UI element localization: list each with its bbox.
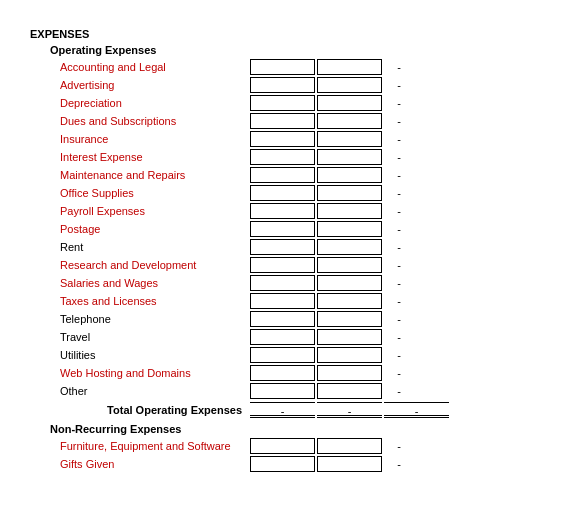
expense-label: Dues and Subscriptions: [30, 115, 250, 127]
operating-item-row: Office Supplies-: [30, 184, 555, 202]
expense-cell-1[interactable]: [250, 293, 315, 309]
expense-cell-2[interactable]: [317, 77, 382, 93]
non-recurring-item-row: Furniture, Equipment and Software-: [30, 437, 555, 455]
expense-dash: -: [384, 169, 414, 181]
expense-label: Maintenance and Repairs: [30, 169, 250, 181]
expense-dash: -: [384, 241, 414, 253]
expense-cell-2[interactable]: [317, 203, 382, 219]
non-recurring-items-list: Furniture, Equipment and Software-Gifts …: [30, 437, 555, 473]
non-recurring-cell-1[interactable]: [250, 456, 315, 472]
expense-label: Insurance: [30, 133, 250, 145]
expense-dash: -: [384, 385, 414, 397]
expense-label: Taxes and Licenses: [30, 295, 250, 307]
expense-dash: -: [384, 61, 414, 73]
expense-label: Office Supplies: [30, 187, 250, 199]
expense-dash: -: [384, 133, 414, 145]
expense-dash: -: [384, 151, 414, 163]
expense-cell-2[interactable]: [317, 383, 382, 399]
operating-item-row: Depreciation-: [30, 94, 555, 112]
expense-cell-1[interactable]: [250, 59, 315, 75]
expense-cell-1[interactable]: [250, 77, 315, 93]
expense-cell-1[interactable]: [250, 257, 315, 273]
non-recurring-cell-2[interactable]: [317, 456, 382, 472]
expense-cell-2[interactable]: [317, 257, 382, 273]
expense-cell-1[interactable]: [250, 347, 315, 363]
operating-expenses-header: Operating Expenses: [50, 44, 555, 56]
operating-item-row: Insurance-: [30, 130, 555, 148]
expense-label: Salaries and Wages: [30, 277, 250, 289]
expense-dash: -: [384, 277, 414, 289]
expense-label: Web Hosting and Domains: [30, 367, 250, 379]
non-recurring-dash: -: [384, 440, 414, 452]
total-col1: -: [250, 402, 315, 418]
expense-cell-2[interactable]: [317, 221, 382, 237]
expense-cell-1[interactable]: [250, 95, 315, 111]
expense-cell-1[interactable]: [250, 167, 315, 183]
expense-dash: -: [384, 367, 414, 379]
expense-cell-2[interactable]: [317, 365, 382, 381]
non-recurring-item-row: Gifts Given-: [30, 455, 555, 473]
total-operating-row: Total Operating Expenses - - -: [30, 401, 555, 419]
non-recurring-header: Non-Recurring Expenses: [50, 423, 555, 435]
expense-cell-2[interactable]: [317, 185, 382, 201]
expense-dash: -: [384, 97, 414, 109]
expense-label: Telephone: [30, 313, 250, 325]
expense-dash: -: [384, 295, 414, 307]
expense-label: Advertising: [30, 79, 250, 91]
expense-label: Postage: [30, 223, 250, 235]
expense-cell-1[interactable]: [250, 185, 315, 201]
expense-label: Payroll Expenses: [30, 205, 250, 217]
expense-cell-1[interactable]: [250, 275, 315, 291]
expense-dash: -: [384, 205, 414, 217]
expenses-section: EXPENSES Operating Expenses Accounting a…: [30, 28, 555, 473]
expense-cell-2[interactable]: [317, 131, 382, 147]
expense-cell-2[interactable]: [317, 347, 382, 363]
total-col3: -: [384, 402, 449, 418]
expense-cell-2[interactable]: [317, 59, 382, 75]
expense-dash: -: [384, 259, 414, 271]
expense-label: Interest Expense: [30, 151, 250, 163]
expense-cell-1[interactable]: [250, 149, 315, 165]
expense-cell-2[interactable]: [317, 293, 382, 309]
operating-item-row: Payroll Expenses-: [30, 202, 555, 220]
expense-label: Travel: [30, 331, 250, 343]
non-recurring-label: Furniture, Equipment and Software: [30, 440, 250, 452]
expense-cell-2[interactable]: [317, 311, 382, 327]
expense-cell-2[interactable]: [317, 275, 382, 291]
expense-cell-1[interactable]: [250, 383, 315, 399]
expense-cell-2[interactable]: [317, 95, 382, 111]
expense-dash: -: [384, 313, 414, 325]
operating-item-row: Accounting and Legal-: [30, 58, 555, 76]
operating-item-row: Salaries and Wages-: [30, 274, 555, 292]
operating-item-row: Rent-: [30, 238, 555, 256]
expense-cell-1[interactable]: [250, 131, 315, 147]
expense-dash: -: [384, 349, 414, 361]
non-recurring-cell-2[interactable]: [317, 438, 382, 454]
operating-items-list: Accounting and Legal-Advertising-Depreci…: [30, 58, 555, 400]
operating-item-row: Utilities-: [30, 346, 555, 364]
operating-item-row: Other-: [30, 382, 555, 400]
expense-cell-2[interactable]: [317, 149, 382, 165]
operating-item-row: Advertising-: [30, 76, 555, 94]
operating-item-row: Travel-: [30, 328, 555, 346]
expense-cell-2[interactable]: [317, 329, 382, 345]
total-operating-label: Total Operating Expenses: [30, 404, 250, 416]
expense-cell-1[interactable]: [250, 203, 315, 219]
operating-item-row: Postage-: [30, 220, 555, 238]
operating-item-row: Dues and Subscriptions-: [30, 112, 555, 130]
expense-dash: -: [384, 223, 414, 235]
expense-cell-2[interactable]: [317, 167, 382, 183]
expense-cell-1[interactable]: [250, 365, 315, 381]
non-recurring-cell-1[interactable]: [250, 438, 315, 454]
expense-label: Rent: [30, 241, 250, 253]
expense-cell-1[interactable]: [250, 311, 315, 327]
expense-cell-1[interactable]: [250, 113, 315, 129]
non-recurring-label: Gifts Given: [30, 458, 250, 470]
expense-cell-1[interactable]: [250, 329, 315, 345]
expense-cell-1[interactable]: [250, 221, 315, 237]
expense-cell-1[interactable]: [250, 239, 315, 255]
expense-label: Utilities: [30, 349, 250, 361]
expense-cell-2[interactable]: [317, 113, 382, 129]
expense-label: Accounting and Legal: [30, 61, 250, 73]
expense-cell-2[interactable]: [317, 239, 382, 255]
